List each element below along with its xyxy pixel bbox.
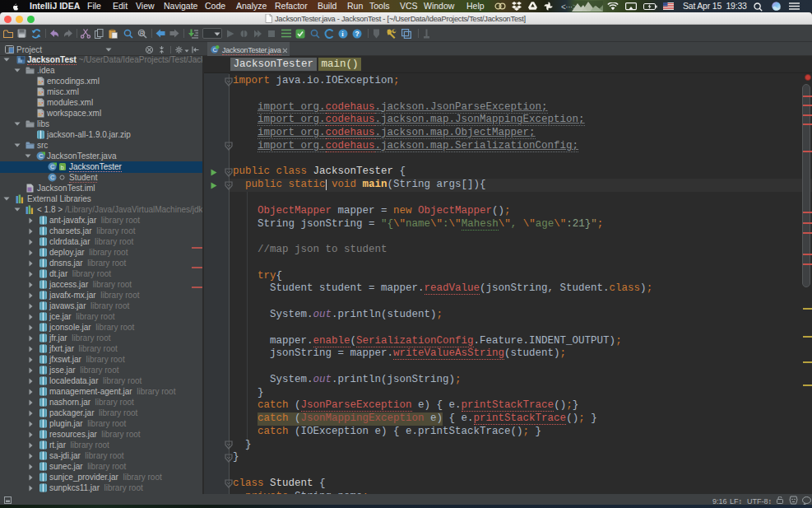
svg-text:C: C — [50, 163, 55, 170]
svg-text:C: C — [39, 152, 44, 160]
svg-text:C: C — [50, 174, 55, 181]
svg-text:?: ? — [355, 30, 359, 38]
svg-text:b: b — [61, 165, 64, 170]
svg-text:R: R — [140, 30, 144, 36]
